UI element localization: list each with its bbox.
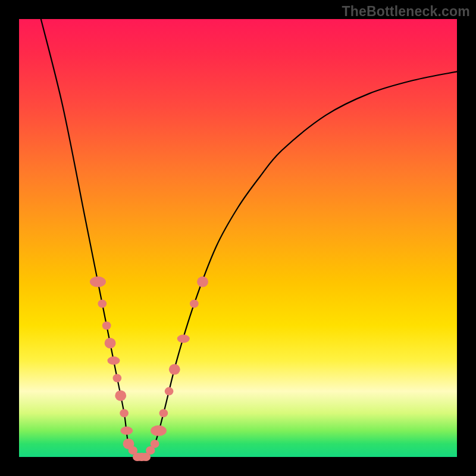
- bottleneck-curve: [41, 19, 457, 459]
- bead: [107, 356, 120, 365]
- bead: [151, 425, 167, 436]
- bead: [90, 277, 106, 287]
- beads-group: [90, 277, 208, 461]
- bead: [146, 446, 155, 455]
- bead: [120, 409, 129, 417]
- watermark-text: TheBottleneck.com: [342, 4, 470, 20]
- bead: [159, 409, 168, 417]
- bead: [98, 299, 107, 308]
- bead: [120, 427, 133, 435]
- bead: [190, 299, 199, 308]
- bead: [169, 364, 180, 375]
- bead: [102, 321, 111, 330]
- bead: [165, 387, 174, 396]
- bottleneck-curve-svg: [19, 19, 457, 457]
- bead: [113, 374, 122, 383]
- plot-area: [19, 19, 457, 457]
- bead: [105, 338, 116, 349]
- chart-frame: TheBottleneck.com: [0, 0, 476, 476]
- bead: [115, 390, 126, 401]
- curve-group: [41, 19, 457, 459]
- bead: [177, 334, 190, 343]
- bead: [197, 277, 208, 287]
